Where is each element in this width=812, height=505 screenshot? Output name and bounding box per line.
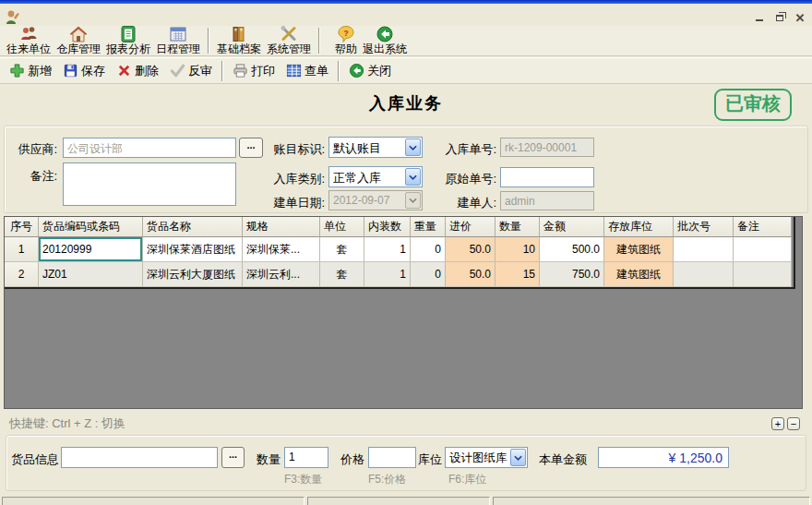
column-header[interactable]: 重量 bbox=[411, 217, 446, 237]
cell-batch[interactable] bbox=[674, 237, 734, 262]
column-header[interactable]: 规格 bbox=[243, 217, 320, 237]
cell-weight[interactable]: 0 bbox=[411, 262, 446, 287]
column-header[interactable]: 数量 bbox=[496, 217, 540, 237]
remove-row-button[interactable]: − bbox=[787, 417, 800, 430]
save-button[interactable]: 保存 bbox=[57, 61, 111, 81]
column-header[interactable]: 金额 bbox=[540, 217, 604, 237]
toolbar-label: 仓库管理 bbox=[56, 43, 101, 54]
column-header[interactable]: 存放库位 bbox=[604, 217, 674, 237]
cell-spec[interactable]: 深圳保莱... bbox=[243, 237, 320, 262]
cell-remark[interactable] bbox=[734, 262, 792, 287]
item-info-label: 货品信息 bbox=[11, 451, 59, 468]
cell-location[interactable]: 建筑图纸 bbox=[604, 262, 674, 287]
add-icon bbox=[9, 63, 25, 78]
cell-batch[interactable] bbox=[674, 262, 734, 287]
query-button[interactable]: 查单 bbox=[281, 61, 334, 81]
toolbar-report-button[interactable]: 报表分析 bbox=[103, 25, 153, 54]
close-window-button[interactable]: ✕ bbox=[792, 11, 808, 25]
restore-button[interactable] bbox=[771, 11, 788, 25]
creator-label: 建单人: bbox=[428, 195, 496, 211]
column-header[interactable]: 内装数 bbox=[364, 217, 411, 237]
cell-amount[interactable]: 750.0 bbox=[540, 262, 604, 287]
cell-unit[interactable]: 套 bbox=[320, 237, 364, 262]
location-hotkey-hint: F6:库位 bbox=[448, 472, 486, 487]
qty-input[interactable]: 1 bbox=[284, 447, 328, 468]
toolbar-calendar-button[interactable]: 日程管理 bbox=[153, 25, 203, 54]
table-header-row: 序号 货品编码或条码 货品名称 规格 单位 内装数 重量 进价 数量 金额 存放… bbox=[5, 217, 794, 237]
account-dropdown[interactable]: 默认账目 bbox=[328, 137, 423, 158]
supplier-input[interactable]: 公司设计部 bbox=[63, 138, 236, 158]
cell-remark[interactable] bbox=[734, 237, 792, 262]
entry-no-input: rk-1209-00001 bbox=[500, 138, 594, 157]
cell-code-focused[interactable]: 20120999 bbox=[39, 237, 143, 262]
account-label: 账目标识: bbox=[262, 141, 325, 158]
column-header[interactable]: 进价 bbox=[446, 217, 496, 237]
print-icon bbox=[233, 63, 248, 78]
toolbar-contacts-button[interactable]: 往来单位 bbox=[4, 25, 54, 54]
cell-name[interactable]: 深圳保莱酒店图纸 bbox=[143, 237, 243, 262]
entry-type-dropdown[interactable]: 正常入库 bbox=[328, 166, 423, 187]
delete-button[interactable]: 删除 bbox=[111, 61, 164, 81]
app-person-icon bbox=[4, 9, 20, 26]
cell-unit[interactable]: 套 bbox=[320, 262, 364, 287]
table-row[interactable]: 2 JZ01 深圳云利大厦图纸 深圳云利... 套 1 0 50.0 15 75… bbox=[5, 262, 794, 287]
column-header[interactable]: 备注 bbox=[734, 217, 792, 237]
unaudit-button[interactable]: 反审 bbox=[164, 61, 218, 81]
toolbar-label: 报表分析 bbox=[106, 43, 150, 54]
toolbar-label: 退出系统 bbox=[363, 43, 407, 54]
column-header[interactable]: 货品名称 bbox=[143, 217, 243, 237]
toolbar-exit-button[interactable]: 退出系统 bbox=[360, 25, 410, 54]
chevron-down-icon[interactable] bbox=[405, 168, 421, 186]
cell-weight[interactable]: 0 bbox=[411, 237, 446, 262]
toolbar-label: 基础档案 bbox=[217, 43, 261, 54]
cell-inner-qty[interactable]: 1 bbox=[364, 262, 411, 287]
button-label: 新增 bbox=[28, 63, 52, 79]
print-button[interactable]: 打印 bbox=[227, 61, 281, 81]
original-no-input[interactable] bbox=[500, 167, 594, 187]
total-amount-value: ¥ 1,250.0 bbox=[598, 447, 729, 468]
toolbar-archives-button[interactable]: 基础档案 bbox=[214, 25, 264, 54]
cell-spec[interactable]: 深圳云利... bbox=[243, 262, 320, 287]
column-header[interactable]: 序号 bbox=[5, 217, 39, 237]
column-header[interactable]: 货品编码或条码 bbox=[39, 217, 143, 237]
supplier-browse-button[interactable]: ... bbox=[239, 138, 263, 158]
table-row[interactable]: 1 20120999 深圳保莱酒店图纸 深圳保莱... 套 1 0 50.0 1… bbox=[5, 237, 794, 262]
cell-amount[interactable]: 500.0 bbox=[540, 237, 604, 262]
minimize-button[interactable] bbox=[751, 11, 768, 25]
toolbar-help-button[interactable]: ? 帮助 bbox=[332, 25, 360, 54]
cell-location[interactable]: 建筑图纸 bbox=[604, 237, 674, 262]
close-form-button[interactable]: 关闭 bbox=[343, 61, 397, 81]
audited-status-badge: 已审核 bbox=[714, 89, 792, 121]
column-header[interactable]: 批次号 bbox=[674, 217, 734, 237]
calendar-icon bbox=[169, 25, 187, 43]
remark-textarea[interactable] bbox=[63, 162, 236, 206]
add-button[interactable]: 新增 bbox=[4, 61, 57, 81]
price-input[interactable] bbox=[368, 447, 416, 468]
cell-price[interactable]: 50.0 bbox=[446, 237, 496, 262]
cell-price[interactable]: 50.0 bbox=[446, 262, 496, 287]
add-row-button[interactable]: + bbox=[771, 417, 784, 430]
price-label: 价格 bbox=[340, 451, 366, 468]
toolbar-system-button[interactable]: 系统管理 bbox=[264, 25, 314, 54]
created-date-value: 2012-09-07 bbox=[333, 194, 403, 207]
column-header[interactable]: 单位 bbox=[320, 217, 364, 237]
location-dropdown[interactable]: 设计图纸库 bbox=[445, 447, 528, 468]
delete-icon bbox=[116, 63, 132, 78]
item-info-input[interactable] bbox=[61, 447, 218, 468]
cell-name[interactable]: 深圳云利大厦图纸 bbox=[143, 262, 243, 287]
entry-no-label: 入库单号: bbox=[428, 141, 496, 158]
toolbar-warehouse-button[interactable]: 仓库管理 bbox=[54, 25, 103, 54]
item-browse-button[interactable]: ... bbox=[221, 447, 245, 468]
toolbar-separator bbox=[221, 61, 223, 81]
created-date-dropdown: 2012-09-07 bbox=[328, 190, 423, 210]
total-amount-label: 本单金额 bbox=[539, 451, 592, 468]
unaudit-check-icon bbox=[170, 63, 185, 78]
chevron-down-icon[interactable] bbox=[510, 449, 526, 466]
restore-icon bbox=[776, 15, 783, 21]
cell-inner-qty[interactable]: 1 bbox=[364, 237, 411, 262]
cell-qty[interactable]: 10 bbox=[496, 237, 540, 262]
account-value: 默认账目 bbox=[333, 140, 403, 157]
cell-code[interactable]: JZ01 bbox=[39, 262, 143, 287]
cell-qty[interactable]: 15 bbox=[496, 262, 540, 287]
chevron-down-icon[interactable] bbox=[405, 138, 421, 156]
